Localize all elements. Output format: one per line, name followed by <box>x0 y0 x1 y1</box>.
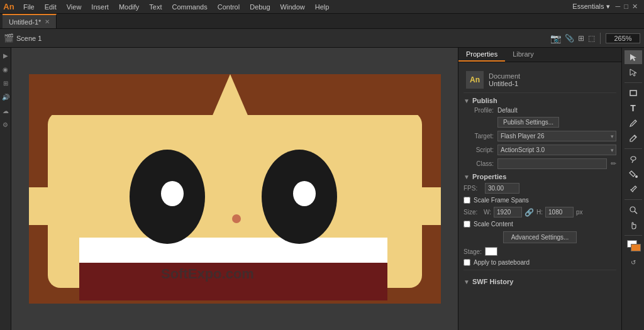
menu-control[interactable]: Control <box>213 2 244 12</box>
publish-settings-btn[interactable]: Publish Settings... <box>497 117 559 128</box>
swf-arrow-icon: ▼ <box>464 278 470 285</box>
pencil-tool[interactable] <box>625 131 642 145</box>
subselect-tool[interactable] <box>625 65 642 79</box>
svg-line-16 <box>632 160 633 163</box>
tab-properties[interactable]: Properties <box>458 48 505 62</box>
stroke-fill-colors <box>625 239 642 254</box>
left-sidebar: ▶ ◉ ⊞ 🔊 ☁ ⚙ <box>0 48 11 330</box>
target-select[interactable]: Flash Player 26 <box>497 131 616 141</box>
svg-point-12 <box>232 214 241 223</box>
apply-pasteboard-checkbox[interactable] <box>464 259 470 266</box>
menu-debug[interactable]: Debug <box>245 2 274 12</box>
lasso-tool[interactable] <box>625 152 642 166</box>
svg-rect-13 <box>630 91 636 96</box>
script-label: Script: <box>464 146 494 153</box>
class-edit-icon[interactable]: ✏ <box>611 160 616 168</box>
stage-label: Stage: <box>464 248 481 255</box>
camera2-icon[interactable]: ◉ <box>1 64 11 74</box>
profile-value: Default <box>497 107 518 114</box>
rectangle-tool[interactable] <box>625 86 642 100</box>
fill-color-box[interactable] <box>631 244 641 251</box>
motion-icon[interactable]: ▶ <box>1 50 11 60</box>
hand-tool[interactable] <box>625 218 642 232</box>
size-row: Size: W: 🔗 H: px <box>464 207 616 217</box>
publish-arrow-icon: ▼ <box>464 97 470 104</box>
tab-bar: Untitled-1* ✕ <box>0 14 644 29</box>
advanced-settings-btn[interactable]: Advanced Settings... <box>503 231 577 243</box>
script-select[interactable]: ActionScript 3.0 <box>497 145 616 155</box>
document-icon: An <box>466 71 484 89</box>
svg-rect-10 <box>29 187 54 225</box>
menu-text[interactable]: Text <box>145 2 166 12</box>
svg-point-15 <box>631 157 636 160</box>
target-select-wrap: Flash Player 26 <box>497 131 616 141</box>
height-input[interactable] <box>545 207 574 217</box>
target-row: Target: Flash Player 26 <box>464 131 616 141</box>
text-tool[interactable]: T <box>625 101 642 115</box>
width-label: W: <box>484 209 491 216</box>
grid-icon[interactable]: ⊞ <box>1 78 11 88</box>
menu-modify[interactable]: Modify <box>114 2 143 12</box>
apply-pasteboard-label: Apply to pasteboard <box>474 259 530 266</box>
transform-icon[interactable]: ⊞ <box>578 34 584 43</box>
tools-sep-1 <box>625 82 642 83</box>
swf-history-header[interactable]: ▼ SWF History <box>464 278 616 285</box>
minimize-btn[interactable]: ─ <box>616 3 621 11</box>
tab-library[interactable]: Library <box>505 48 541 62</box>
essentials-menu[interactable]: Essentials ▾ <box>568 1 614 12</box>
height-label: H: <box>536 209 543 216</box>
scale-content-label: Scale Content <box>474 221 513 228</box>
properties-section-header[interactable]: ▼ Properties <box>464 173 616 180</box>
svg-point-17 <box>635 175 638 178</box>
fps-input[interactable] <box>485 183 519 194</box>
fps-row: FPS: <box>464 183 616 194</box>
sound-icon[interactable]: 🔊 <box>1 92 11 102</box>
svg-point-5 <box>161 181 184 206</box>
document-name: Untitled-1 <box>489 80 520 87</box>
swf-history-label: SWF History <box>472 278 513 285</box>
scene-icon: 🎬 <box>4 33 14 43</box>
menu-insert[interactable]: Insert <box>87 2 113 12</box>
menu-help[interactable]: Help <box>311 2 334 12</box>
stage-row: Stage: <box>464 247 616 256</box>
paint-bucket-tool[interactable] <box>625 167 642 181</box>
zoom-input[interactable] <box>606 33 640 43</box>
scale-content-row: Scale Content <box>464 221 616 228</box>
settings-icon[interactable]: ⚙ <box>1 119 11 129</box>
close-btn[interactable]: ✕ <box>632 3 638 11</box>
profile-label: Profile: <box>464 107 494 114</box>
link-icon[interactable]: 🔗 <box>525 208 534 217</box>
pen-tool[interactable] <box>625 116 642 130</box>
frame-icon[interactable]: ⬚ <box>588 34 595 43</box>
document-tab[interactable]: Untitled-1* ✕ <box>3 14 57 28</box>
class-input[interactable] <box>497 158 607 169</box>
cloud-icon[interactable]: ☁ <box>1 106 11 116</box>
camera-icon[interactable]: 📷 <box>550 33 561 43</box>
profile-row: Profile: Default <box>464 107 616 114</box>
tab-close-btn[interactable]: ✕ <box>45 18 50 25</box>
menu-window[interactable]: Window <box>276 2 309 12</box>
scale-content-checkbox[interactable] <box>464 221 470 228</box>
main-layout: ▶ ◉ ⊞ 🔊 ☁ ⚙ <box>0 48 644 330</box>
document-header: An Document Untitled-1 <box>464 67 616 93</box>
watermark-text: SoftExpo.com <box>161 266 254 282</box>
menu-bar: An File Edit View Insert Modify Text Com… <box>0 0 644 14</box>
svg-line-19 <box>635 211 637 214</box>
target-label: Target: <box>464 133 494 140</box>
class-label: Class: <box>464 160 494 167</box>
clip-icon[interactable]: 📎 <box>565 34 574 43</box>
app-icon: An <box>3 1 15 13</box>
menu-view[interactable]: View <box>62 2 86 12</box>
scale-frame-spans-checkbox[interactable] <box>464 197 470 204</box>
menu-file[interactable]: File <box>19 2 39 12</box>
publish-section-header[interactable]: ▼ Publish <box>464 97 616 104</box>
width-input[interactable] <box>494 207 522 217</box>
rotate-colors-icon[interactable]: ↺ <box>625 255 642 269</box>
select-tool[interactable] <box>625 50 642 64</box>
menu-commands[interactable]: Commands <box>167 2 211 12</box>
zoom-tool[interactable] <box>625 203 642 217</box>
maximize-btn[interactable]: □ <box>624 3 628 11</box>
menu-edit[interactable]: Edit <box>40 2 61 12</box>
eyedropper-tool[interactable] <box>625 182 642 196</box>
stage-color-picker[interactable] <box>485 247 497 256</box>
